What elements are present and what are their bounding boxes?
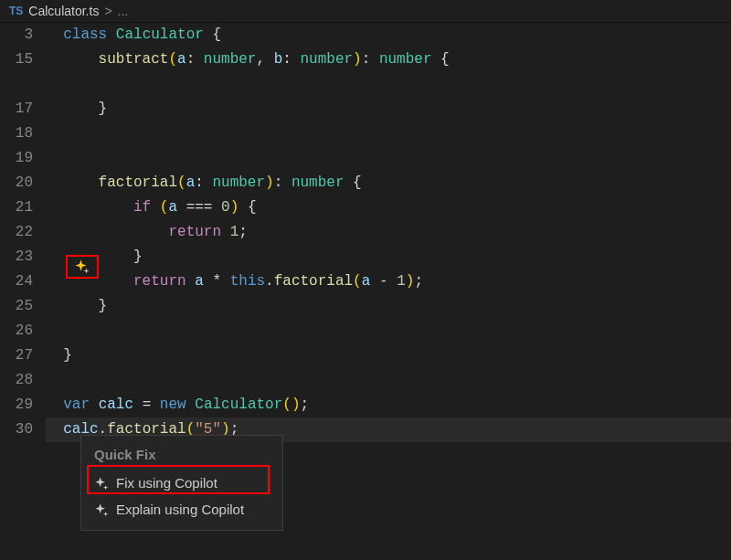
code-line[interactable]: factorial(a: number): number { (46, 171, 731, 195)
line-number: 22 (0, 220, 33, 245)
code-line[interactable]: } (46, 294, 731, 319)
line-number: 24 (0, 269, 33, 294)
line-number: 30 (0, 417, 33, 442)
sparkle-codeaction-icon[interactable] (66, 255, 99, 279)
quickfix-explain-copilot[interactable]: Explain using Copilot (81, 496, 282, 523)
code-line[interactable] (46, 72, 731, 97)
code-area[interactable]: class Calculator { subtract(a: number, b… (46, 23, 731, 442)
line-number: 18 (0, 122, 33, 146)
line-number: 17 (0, 97, 33, 122)
sparkle-icon (94, 476, 109, 491)
breadcrumb-ellipsis[interactable]: ... (118, 4, 129, 18)
typescript-icon: TS (9, 5, 23, 17)
chevron-right-icon: > (104, 4, 111, 18)
line-number: 19 (0, 146, 33, 171)
code-line[interactable]: class Calculator { (46, 23, 731, 48)
code-line[interactable] (46, 319, 731, 343)
code-line[interactable]: } (46, 343, 731, 368)
code-line[interactable]: return 1; (46, 220, 731, 245)
code-line[interactable]: var calc = new Calculator(); (46, 393, 731, 417)
code-line[interactable] (46, 122, 731, 146)
line-number: 25 (0, 294, 33, 319)
code-editor[interactable]: 3 15 17 18 19 20 21 22 23 24 25 26 27 28… (0, 23, 731, 442)
breadcrumb-filename[interactable]: Calculator.ts (28, 4, 99, 18)
line-number: 15 (0, 48, 33, 72)
code-line[interactable] (46, 146, 731, 171)
code-line[interactable]: if (a === 0) { (46, 195, 731, 220)
line-number: 20 (0, 171, 33, 195)
line-number (0, 72, 33, 97)
code-line[interactable]: return a * this.factorial(a - 1); (46, 269, 731, 294)
quickfix-header: Quick Fix (81, 443, 282, 470)
code-line[interactable]: } (46, 97, 731, 122)
quickfix-menu: Quick Fix Fix using Copilot Explain usin… (80, 435, 283, 531)
breadcrumb[interactable]: TS Calculator.ts > ... (0, 0, 731, 23)
code-line[interactable]: } (46, 245, 731, 269)
line-number: 26 (0, 319, 33, 343)
line-number: 3 (0, 23, 33, 48)
code-line[interactable] (46, 368, 731, 393)
code-line[interactable]: subtract(a: number, b: number): number { (46, 48, 731, 72)
line-number: 27 (0, 343, 33, 368)
quickfix-item-label: Explain using Copilot (116, 502, 244, 517)
quickfix-fix-copilot[interactable]: Fix using Copilot (81, 470, 282, 496)
sparkle-icon (94, 502, 109, 517)
line-number: 23 (0, 245, 33, 269)
quickfix-item-label: Fix using Copilot (116, 475, 217, 491)
line-number: 21 (0, 195, 33, 220)
line-number-gutter: 3 15 17 18 19 20 21 22 23 24 25 26 27 28… (0, 23, 46, 442)
line-number: 28 (0, 368, 33, 393)
line-number: 29 (0, 393, 33, 417)
